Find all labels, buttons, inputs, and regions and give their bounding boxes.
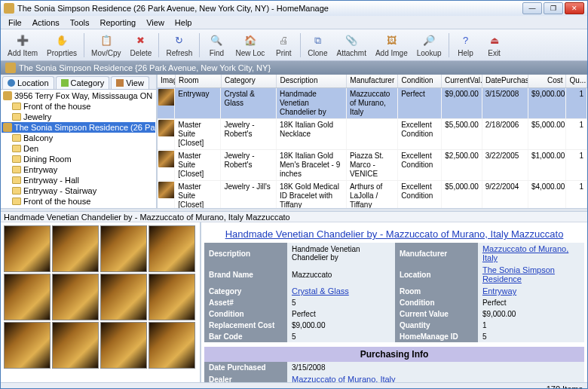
col-value[interactable]: CurrentVal... [442, 75, 482, 87]
table-row[interactable]: Master Suite [Closet]Jewelry - Robert's1… [158, 119, 587, 150]
tool-find[interactable]: 🔍Find [203, 31, 230, 60]
tool-newloc[interactable]: 🏠New Loc [231, 31, 268, 60]
link-room[interactable]: Entryway [482, 286, 516, 296]
tree-node[interactable]: Entryway - Stairway [2, 185, 155, 196]
tree-node[interactable]: Den [2, 143, 155, 154]
tree-node[interactable]: Front of the house [2, 196, 155, 207]
tree-node[interactable]: 3956 Terry Fox Way, Mississauga ON [2, 90, 155, 101]
list-icon [61, 79, 69, 87]
tree-node[interactable]: Dining Room [2, 154, 155, 164]
col-image[interactable]: Image [158, 75, 176, 87]
home-icon [5, 63, 16, 73]
col-cost[interactable]: Cost [528, 75, 566, 87]
gallery-image[interactable] [100, 274, 147, 320]
menu-help[interactable]: Help [170, 17, 197, 28]
tool-additem[interactable]: ➕Add Item [4, 31, 41, 60]
table-row[interactable]: Master Suite [Closet]Jewelry - Robert's1… [158, 150, 587, 181]
item-grid: Image Room Category Description Manufact… [158, 75, 587, 208]
tree-node[interactable]: The Sonia Simpson Residence (26 Park Ave… [2, 122, 155, 133]
tool-clone[interactable]: ⧉Clone [304, 31, 331, 60]
link-location[interactable]: The Sonia Simpson Residence [482, 265, 555, 283]
location-tree[interactable]: 3956 Terry Fox Way, Mississauga ONFront … [1, 90, 156, 208]
gallery-image[interactable] [52, 322, 99, 369]
table-row[interactable]: Master Suite [Closet]Jewelry - Jill's18K… [158, 181, 587, 208]
location-text: The Sonia Simpson Residence {26 Park Ave… [19, 63, 271, 72]
detail-title[interactable]: Handmade Venetian Chandelier by - Mazzuc… [204, 225, 584, 243]
home-icon [3, 91, 12, 100]
menu-tools[interactable]: Tools [66, 17, 94, 28]
link-dealer[interactable]: Mazzuccato of Murano, Italy [292, 375, 396, 382]
tool-attachmt[interactable]: 📎Attachmt [332, 31, 369, 60]
lbl-asset: Asset# [204, 297, 287, 308]
help-icon: ? [458, 33, 473, 48]
gallery-image[interactable] [52, 274, 99, 320]
val-quantity: 1 [478, 320, 584, 331]
folder-icon [12, 134, 21, 142]
gallery-image[interactable] [100, 225, 147, 272]
menu-view[interactable]: View [142, 17, 169, 28]
lbl-room: Room [395, 285, 478, 297]
lbl-dealer: Dealer [204, 373, 287, 382]
tool-lookup[interactable]: 🔎Lookup [413, 31, 446, 60]
tool-addimge[interactable]: 🖼Add Imge [372, 31, 412, 60]
val-replacement: $9,000.00 [287, 320, 395, 331]
folder-icon [12, 187, 21, 194]
gallery-image[interactable] [4, 322, 51, 369]
tree-node[interactable]: Garage - Jill's (Left of the front door) [2, 207, 155, 208]
lbl-barcode: Bar Code [204, 331, 287, 342]
tool-delete[interactable]: ✖Delete [127, 31, 156, 60]
menu-actions[interactable]: Actions [28, 17, 64, 28]
tree-node[interactable]: Entryway [2, 164, 155, 175]
newloc-icon: 🏠 [243, 33, 258, 48]
tree-node[interactable]: Entryway - Hall [2, 175, 155, 185]
menu-file[interactable]: File [4, 17, 26, 28]
val-homemanageid: 5 [478, 331, 584, 342]
tool-exit[interactable]: ⏏Exit [481, 31, 508, 60]
minimize-button[interactable]: — [522, 2, 542, 14]
folder-icon [12, 176, 21, 184]
tool-print[interactable]: 🖨Print [270, 31, 297, 60]
lbl-cond2: Condition [204, 308, 287, 320]
col-manufacturer[interactable]: Manufacturer [347, 75, 398, 87]
lbl-condition: Condition [395, 297, 478, 308]
val-cond2: Perfect [287, 308, 395, 320]
attachmt-icon: 📎 [344, 33, 359, 48]
tab-view[interactable]: View [111, 76, 149, 89]
val-room: Entryway [478, 285, 584, 297]
table-row[interactable]: EntrywayCrystal & GlassHandmade Venetian… [158, 88, 587, 119]
col-qty[interactable]: Qu... [566, 75, 587, 87]
tool-refresh[interactable]: ↻Refresh [162, 31, 196, 60]
tree-node[interactable]: Balcony [2, 133, 155, 143]
tree-node[interactable]: Front of the house [2, 101, 155, 112]
tool-movcpy[interactable]: 📋Mov/Cpy [87, 31, 124, 60]
val-location: The Sonia Simpson Residence [478, 264, 584, 285]
window-title: The Sonia Simpson Residence (26 Park Ave… [17, 4, 522, 13]
gallery-image[interactable] [149, 274, 195, 320]
grid-body[interactable]: EntrywayCrystal & GlassHandmade Venetian… [158, 88, 587, 208]
gallery-image[interactable] [149, 225, 195, 272]
val-asset: 5 [287, 297, 395, 308]
tree-node[interactable]: Jewelry [2, 112, 155, 122]
gallery-image[interactable] [4, 274, 51, 320]
maximize-button[interactable]: ❐ [544, 2, 563, 14]
tool-help[interactable]: ?Help [452, 31, 479, 60]
gallery-image[interactable] [100, 322, 147, 369]
col-category[interactable]: Category [222, 75, 277, 87]
menu-reporting[interactable]: Reporting [96, 17, 141, 28]
gallery-image[interactable] [149, 322, 195, 369]
col-room[interactable]: Room [176, 75, 222, 87]
val-dealer: Mazzuccato of Murano, Italy [287, 373, 584, 382]
col-date[interactable]: DatePurchase [482, 75, 528, 87]
col-description[interactable]: Description [277, 75, 347, 87]
tab-location[interactable]: Location [2, 76, 54, 89]
tool-proprties[interactable]: ✋Proprties [43, 31, 81, 60]
close-button[interactable]: ✕ [565, 2, 584, 14]
gallery-image[interactable] [52, 225, 99, 272]
link-manufacturer[interactable]: Mazzuccato of Murano, Italy [482, 244, 568, 262]
gallery-image[interactable] [4, 225, 51, 272]
item-thumbnail [158, 89, 175, 106]
item-thumbnail [158, 151, 175, 167]
col-condition[interactable]: Condition [398, 75, 442, 87]
tab-category[interactable]: Category [56, 76, 110, 89]
link-category[interactable]: Crystal & Glass [292, 286, 349, 296]
